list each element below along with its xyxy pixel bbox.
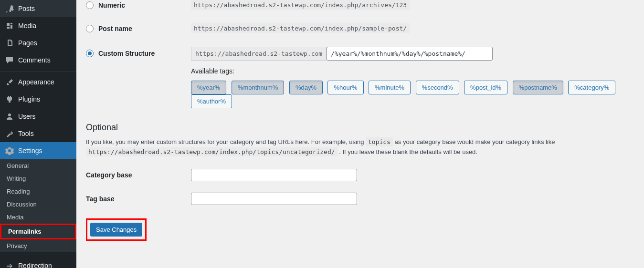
custom-radio-label[interactable]: Custom Structure	[86, 50, 191, 57]
pages-icon	[5, 38, 14, 48]
postname-example: https://abashedroad.s2-tastewp.com/index…	[191, 23, 410, 33]
redirect-icon	[5, 261, 14, 268]
sidebar-item-label: Posts	[18, 5, 35, 12]
sidebar-item-label: Pages	[18, 39, 37, 47]
sidebar-item-label: Appearance	[18, 78, 54, 86]
media-icon	[5, 21, 14, 31]
tag-category[interactable]: %category%	[568, 81, 615, 94]
submenu-writing[interactable]: Writing	[0, 172, 76, 185]
submenu-privacy[interactable]: Privacy	[0, 239, 76, 252]
sidebar-item-comments[interactable]: Comments	[0, 52, 76, 69]
user-icon	[5, 112, 14, 121]
sidebar-item-tools[interactable]: Tools	[0, 125, 76, 142]
tag-base-label: Tag base	[86, 195, 191, 203]
sidebar-item-redirection[interactable]: Redirection	[0, 257, 76, 268]
tag-year[interactable]: %year%	[191, 81, 226, 94]
admin-sidebar: Posts Media Pages Comments Appearance Pl…	[0, 0, 76, 268]
desc-text: . If you leave these blank the defaults …	[338, 148, 477, 155]
sidebar-item-label: Comments	[18, 56, 51, 64]
desc-code: topics	[366, 137, 393, 146]
submenu-reading[interactable]: Reading	[0, 185, 76, 198]
optional-heading: Optional	[86, 123, 634, 133]
sidebar-item-plugins[interactable]: Plugins	[0, 91, 76, 108]
sidebar-item-label: Tools	[18, 130, 34, 137]
save-highlight: Save Changes	[86, 218, 147, 241]
sidebar-item-settings[interactable]: Settings	[0, 142, 76, 159]
label-text: Numeric	[98, 1, 125, 9]
settings-icon	[5, 146, 14, 155]
desc-code: https://abashedroad.s2-tastewp.com/index…	[86, 147, 338, 156]
tag-buttons-row: %year% %monthnum% %day% %hour% %minute% …	[191, 81, 634, 108]
permalink-option-custom: Custom Structure https://abashedroad.s2-…	[86, 47, 634, 108]
tag-base-row: Tag base	[86, 193, 634, 205]
pin-icon	[5, 4, 14, 13]
wrench-icon	[5, 129, 14, 138]
available-tags-label: Available tags:	[191, 67, 634, 75]
sidebar-item-label: Media	[18, 22, 36, 30]
category-base-input[interactable]	[191, 169, 357, 181]
tag-hour[interactable]: %hour%	[327, 81, 363, 94]
tag-postname[interactable]: %postname%	[513, 81, 563, 94]
desc-text: If you like, you may enter custom struct…	[86, 138, 366, 145]
submenu-permalinks[interactable]: Permalinks	[0, 224, 76, 239]
submenu-media[interactable]: Media	[0, 211, 76, 224]
numeric-example: https://abashedroad.s2-tastewp.com/index…	[191, 0, 410, 10]
sidebar-item-label: Redirection	[18, 262, 52, 268]
settings-submenu: General Writing Reading Discussion Media…	[0, 159, 76, 252]
postname-radio-label[interactable]: Post name	[86, 25, 191, 32]
category-base-row: Category base	[86, 169, 634, 181]
tag-second[interactable]: %second%	[416, 81, 459, 94]
tag-minute[interactable]: %minute%	[369, 81, 411, 94]
content-area: Numeric https://abashedroad.s2-tastewp.c…	[76, 0, 644, 268]
comment-icon	[5, 55, 14, 65]
sidebar-item-label: Users	[18, 113, 36, 120]
radio-checked-icon	[86, 50, 94, 57]
submenu-general[interactable]: General	[0, 159, 76, 172]
permalink-option-numeric: Numeric https://abashedroad.s2-tastewp.c…	[86, 0, 634, 10]
sidebar-item-label: Plugins	[18, 95, 40, 103]
radio-unchecked-icon	[86, 1, 94, 9]
sidebar-item-pages[interactable]: Pages	[0, 34, 76, 52]
brush-icon	[5, 77, 14, 87]
label-text: Custom Structure	[98, 50, 155, 57]
permalink-option-postname: Post name https://abashedroad.s2-tastewp…	[86, 23, 634, 33]
svg-point-0	[8, 113, 11, 116]
custom-url-prefix: https://abashedroad.s2-tastewp.com	[191, 47, 327, 61]
numeric-radio-label[interactable]: Numeric	[86, 1, 191, 9]
sidebar-item-label: Settings	[18, 147, 42, 155]
submenu-discussion[interactable]: Discussion	[0, 198, 76, 211]
custom-structure-input[interactable]	[327, 47, 493, 61]
label-text: Post name	[98, 25, 132, 32]
save-changes-button[interactable]: Save Changes	[90, 223, 142, 237]
tag-base-input[interactable]	[191, 193, 357, 205]
tag-monthnum[interactable]: %monthnum%	[232, 81, 285, 94]
radio-unchecked-icon	[86, 25, 94, 32]
optional-description: If you like, you may enter custom struct…	[86, 137, 634, 157]
sidebar-item-media[interactable]: Media	[0, 17, 76, 34]
tag-day[interactable]: %day%	[289, 81, 323, 94]
category-base-label: Category base	[86, 171, 191, 179]
plug-icon	[5, 94, 14, 104]
desc-text: as your category base would make your ca…	[393, 138, 555, 145]
tag-author[interactable]: %author%	[191, 94, 232, 108]
sidebar-item-users[interactable]: Users	[0, 108, 76, 125]
sidebar-item-posts[interactable]: Posts	[0, 0, 76, 17]
tag-postid[interactable]: %post_id%	[464, 81, 507, 94]
sidebar-item-appearance[interactable]: Appearance	[0, 73, 76, 91]
